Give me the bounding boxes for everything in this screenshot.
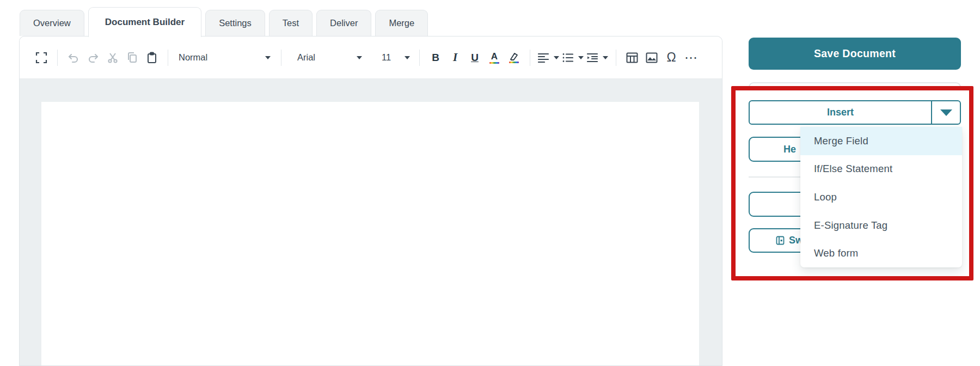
tab-bar: Overview Document Builder Settings Test … [20,7,428,36]
partial-button-label: He [783,144,796,155]
paragraph-style-value: Normal [179,52,207,63]
list-dropdown[interactable] [562,48,584,67]
chevron-down-icon [603,56,608,59]
side-panel-top-edge [749,82,961,88]
menu-item-loop[interactable]: Loop [800,183,962,211]
chevron-down-icon [357,56,362,59]
font-color-icon[interactable]: A [486,48,503,67]
menu-item-merge-field[interactable]: Merge Field [800,127,962,155]
chevron-down-icon [265,56,271,59]
insert-table-icon[interactable] [624,48,640,67]
redo-icon[interactable] [85,48,101,67]
document-page[interactable] [41,102,699,366]
special-character-icon[interactable]: Ω [663,48,679,67]
insert-button-label-zone[interactable]: Insert [750,101,931,124]
switch-view-icon [776,236,785,245]
insert-dropdown-menu: Merge Field If/Else Statement Loop E-Sig… [800,127,962,267]
indent-icon [587,53,598,63]
tab-test[interactable]: Test [269,10,313,36]
save-document-button[interactable]: Save Document [749,38,961,70]
undo-icon[interactable] [65,48,82,67]
font-size-value: 11 [382,52,391,63]
underline-icon[interactable]: U [467,48,483,67]
tab-merge[interactable]: Merge [375,10,428,36]
insert-split-button[interactable]: Insert [749,100,961,125]
tab-deliver[interactable]: Deliver [316,10,371,36]
align-dropdown[interactable] [538,48,559,67]
highlight-color-swatch [509,62,519,63]
copy-icon[interactable] [124,48,140,67]
font-family-value: Arial [297,52,315,63]
toolbar-divider [57,50,58,66]
editor-toolbar: Normal Arial 11 B I U [20,36,722,79]
toolbar-divider [281,50,281,66]
insert-image-icon[interactable] [644,48,660,67]
toolbar-divider [616,50,616,66]
fullscreen-icon[interactable] [33,48,50,67]
menu-item-web-form[interactable]: Web form [800,239,962,267]
tab-overview[interactable]: Overview [20,10,84,36]
chevron-down-icon [405,56,410,59]
insert-dropdown-toggle[interactable] [931,101,960,124]
editor-background [20,79,722,366]
cut-icon[interactable] [105,48,121,67]
tab-settings[interactable]: Settings [205,10,265,36]
italic-icon[interactable]: I [447,48,463,67]
menu-item-e-signature-tag[interactable]: E-Signature Tag [800,211,962,240]
menu-item-if-else-statement[interactable]: If/Else Statement [800,155,962,184]
bullet-list-icon [562,53,573,63]
toolbar-divider [419,50,420,66]
editor-card: Normal Arial 11 B I U [19,36,722,366]
indent-dropdown[interactable] [587,48,608,67]
font-size-dropdown[interactable]: 11 [378,47,413,69]
toolbar-divider [530,50,530,66]
insert-button-label: Insert [827,107,854,118]
document-builder-screen: Overview Document Builder Settings Test … [0,0,980,366]
align-left-icon [538,53,549,63]
highlight-color-icon[interactable] [506,48,522,67]
bold-icon[interactable]: B [427,48,444,67]
more-options-icon[interactable]: ⋯ [683,48,699,67]
paragraph-style-dropdown[interactable]: Normal [174,47,275,69]
triangle-down-icon [940,109,952,116]
chevron-down-icon [554,56,559,59]
tab-document-builder[interactable]: Document Builder [88,7,201,37]
paste-icon[interactable] [144,48,160,67]
chevron-down-icon [578,56,584,59]
toolbar-divider [168,50,168,66]
font-family-dropdown[interactable]: Arial [293,47,366,69]
font-color-swatch [489,62,499,64]
